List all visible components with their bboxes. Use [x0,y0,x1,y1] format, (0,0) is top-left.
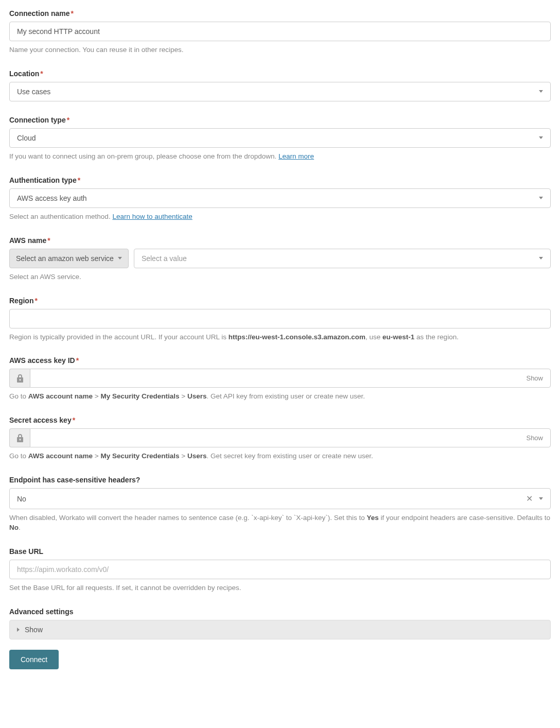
case-sensitive-label: Endpoint has case-sensitive headers? [9,476,551,484]
region-input[interactable] [9,309,551,328]
connection-name-input[interactable] [9,22,551,41]
aws-name-help: Select an AWS service. [9,272,551,282]
advanced-toggle[interactable]: Show [9,620,551,639]
aws-service-button[interactable]: Select an amazon web service [9,249,129,268]
lock-icon [9,428,30,447]
access-key-help: Go to AWS account name > My Security Cre… [9,392,551,402]
region-label: Region* [9,297,551,305]
chevron-down-icon [539,90,543,93]
learn-auth-link[interactable]: Learn how to authenticate [112,213,192,220]
case-sensitive-help: When disabled, Workato will convert the … [9,513,551,533]
access-key-label: AWS access key ID* [9,356,551,365]
chevron-right-icon [17,628,20,632]
location-label: Location* [9,70,551,78]
location-select[interactable]: Use cases [9,82,551,101]
aws-value-select[interactable]: Select a value [134,249,551,268]
region-help: Region is typically provided in the acco… [9,333,551,342]
secret-key-help: Go to AWS account name > My Security Cre… [9,452,551,461]
connection-name-help: Name your connection. You can reuse it i… [9,45,551,55]
chevron-down-icon [539,136,543,139]
connection-type-label: Connection type* [9,116,551,124]
base-url-help: Set the Base URL for all requests. If se… [9,583,551,593]
chevron-down-icon [539,497,543,500]
base-url-input[interactable] [9,560,551,579]
case-sensitive-select[interactable]: No ✕ [9,488,551,509]
show-toggle[interactable]: Show [526,374,543,382]
access-key-input[interactable]: Show [30,369,551,388]
show-toggle[interactable]: Show [526,434,543,442]
connection-type-help: If you want to connect using an on-prem … [9,152,551,162]
connection-type-select[interactable]: Cloud [9,128,551,148]
chevron-down-icon [539,197,543,199]
auth-type-help: Select an authentication method. Learn h… [9,212,551,222]
auth-type-label: Authentication type* [9,176,551,184]
clear-icon[interactable]: ✕ [526,494,533,504]
advanced-label: Advanced settings [9,608,551,616]
base-url-label: Base URL [9,547,551,556]
secret-key-input[interactable]: Show [30,428,551,447]
learn-more-link[interactable]: Learn more [278,152,314,160]
aws-name-label: AWS name* [9,236,551,245]
lock-icon [9,369,30,388]
auth-type-select[interactable]: AWS access key auth [9,188,551,208]
connection-name-label: Connection name* [9,9,551,18]
connect-button[interactable]: Connect [9,650,59,669]
chevron-down-icon [118,257,122,259]
secret-key-label: Secret access key* [9,416,551,424]
chevron-down-icon [539,257,543,259]
